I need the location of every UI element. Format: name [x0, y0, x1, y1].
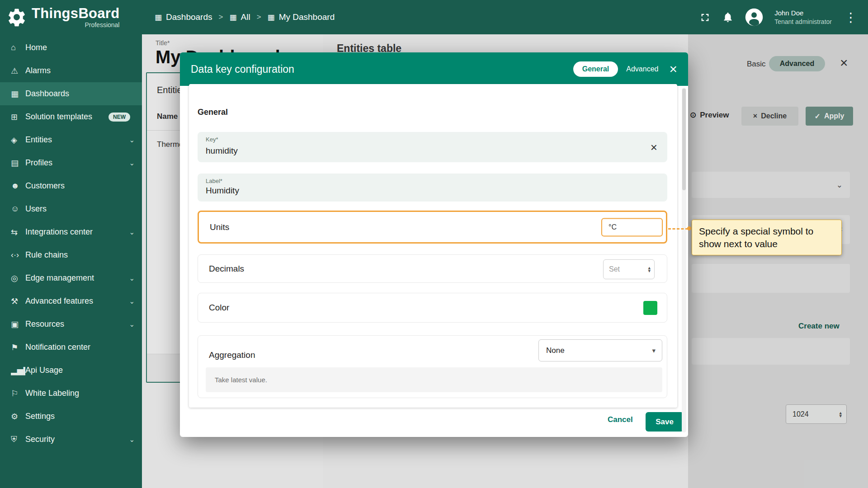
chevron-down-icon: ⌄ — [129, 136, 135, 144]
dialog-scrollbar-thumb[interactable] — [682, 89, 686, 190]
aggregation-select[interactable]: None ▾ — [538, 339, 662, 361]
clear-key-icon[interactable]: × — [651, 140, 657, 154]
sidebar-item-label: Home — [25, 43, 135, 52]
tooltip-connector-line — [668, 228, 688, 230]
sidebar-item-integrations-center[interactable]: ⇆ Integrations center ⌄ — [0, 221, 142, 244]
breadcrumb-separator: > — [257, 13, 261, 22]
cancel-button[interactable]: Cancel — [608, 415, 633, 424]
chevron-down-icon: ⌄ — [129, 320, 135, 328]
dashboard-group-icon: ▦ — [229, 13, 236, 22]
sidebar-item-advanced-features[interactable]: ⚒ Advanced features ⌄ — [0, 290, 142, 313]
aggregation-row: Aggregation None ▾ Take latest value. — [198, 335, 667, 398]
advanced-features-icon: ⚒ — [11, 296, 25, 306]
decimals-row: Decimals Set ▴ ▾ — [198, 254, 667, 283]
breadcrumb-all[interactable]: ▦ All — [229, 12, 250, 22]
units-input[interactable]: °C — [601, 218, 663, 236]
key-field[interactable]: Key* humidity × — [198, 132, 667, 162]
decimals-input[interactable]: Set ▴ ▾ — [603, 259, 655, 279]
integrations-icon: ⇆ — [11, 227, 25, 237]
sidebar-item-label: Advanced features — [25, 296, 129, 306]
sidebar-item-label: Settings — [25, 412, 135, 421]
sidebar-item-label: Solution templates — [25, 112, 108, 122]
sidebar-item-label: White Labeling — [25, 389, 135, 398]
label-field-label: Label* — [206, 178, 222, 184]
sidebar-item-security[interactable]: ⛨ Security ⌄ — [0, 428, 142, 451]
breadcrumb-label: Dashboards — [166, 12, 212, 22]
sidebar-item-solution-templates[interactable]: ⊞ Solution templates NEW — [0, 105, 142, 128]
label-field[interactable]: Label* Humidity — [198, 174, 667, 202]
app-logo[interactable]: ThingsBoard Professional — [0, 6, 142, 28]
user-role: Tenant administrator — [774, 18, 832, 26]
sidebar-item-entities[interactable]: ◈ Entities ⌄ — [0, 128, 142, 151]
tab-advanced[interactable]: Advanced — [626, 65, 658, 73]
sidebar-item-settings[interactable]: ⚙ Settings — [0, 405, 142, 428]
sidebar-item-users[interactable]: ☺ Users — [0, 197, 142, 221]
dashboard-icon: ▦ — [268, 13, 275, 22]
sidebar-item-label: Profiles — [25, 158, 129, 168]
dialog-title: Data key configuration — [191, 63, 294, 75]
breadcrumb-separator: > — [219, 13, 223, 22]
aggregation-value: None — [546, 346, 565, 355]
white-labeling-icon: ⚐ — [11, 389, 25, 399]
sidebar-item-alarms[interactable]: ⚠ Alarms — [0, 59, 142, 82]
sidebar-item-label: Entities — [25, 135, 129, 145]
profiles-icon: ▤ — [11, 158, 25, 168]
sidebar-item-white-labeling[interactable]: ⚐ White Labeling — [0, 382, 142, 405]
tab-general[interactable]: General — [573, 61, 618, 77]
dialog-close-icon[interactable]: × — [669, 62, 677, 76]
units-tooltip-callout: Specify a special symbol to show next to… — [692, 220, 842, 255]
sidebar-item-label: Resources — [25, 319, 129, 329]
customers-icon: ☻ — [11, 181, 25, 191]
app-edition: Professional — [32, 22, 119, 28]
security-shield-icon: ⛨ — [11, 435, 25, 444]
entities-icon: ◈ — [11, 135, 25, 145]
units-label: Units — [210, 222, 229, 232]
rule-chains-icon: ‹·› — [11, 250, 25, 260]
chevron-down-icon: ⌄ — [129, 159, 135, 167]
notification-center-icon: ⚑ — [11, 343, 25, 352]
units-field-highlighted[interactable]: Units °C — [198, 211, 667, 244]
sidebar-item-label: Notification center — [25, 343, 135, 352]
notifications-bell-icon[interactable] — [722, 11, 734, 23]
key-field-value: humidity — [206, 146, 238, 156]
alarms-icon: ⚠ — [11, 66, 25, 76]
user-info[interactable]: John Doe Tenant administrator — [774, 9, 832, 26]
sidebar-item-resources[interactable]: ▣ Resources ⌄ — [0, 313, 142, 336]
sidebar-item-customers[interactable]: ☻ Customers — [0, 174, 142, 197]
sidebar-item-label: Rule chains — [25, 250, 135, 260]
sidebar-item-dashboards[interactable]: ▦ Dashboards — [0, 82, 142, 105]
breadcrumb-my-dashboard[interactable]: ▦ My Dashboard — [268, 12, 335, 22]
sidebar-item-api-usage[interactable]: ▂▅▇ Api Usage — [0, 359, 142, 382]
new-badge: NEW — [108, 113, 130, 122]
aggregation-label: Aggregation — [209, 350, 255, 360]
key-field-label: Key* — [206, 136, 218, 143]
sidebar-item-profiles[interactable]: ▤ Profiles ⌄ — [0, 151, 142, 174]
sidebar-item-label: Api Usage — [25, 366, 135, 375]
dashboards-icon: ▦ — [11, 89, 25, 99]
label-field-value: Humidity — [206, 186, 239, 196]
save-button[interactable]: Save — [646, 412, 684, 432]
breadcrumb-dashboards[interactable]: ▦ Dashboards — [155, 12, 212, 22]
solution-templates-icon: ⊞ — [11, 112, 25, 122]
sidebar-item-rule-chains[interactable]: ‹·› Rule chains — [0, 244, 142, 267]
dialog-header-actions: General Advanced × — [573, 61, 677, 77]
kebab-menu-icon[interactable]: ⋮ — [843, 10, 859, 25]
settings-gear-icon: ⚙ — [11, 412, 25, 422]
app-name: ThingsBoard — [32, 6, 119, 20]
decimals-stepper[interactable]: ▴ ▾ — [648, 266, 651, 272]
logo-gear-icon — [6, 7, 27, 28]
color-label: Color — [209, 303, 229, 313]
color-swatch[interactable] — [643, 301, 657, 315]
sidebar-item-label: Edge management — [25, 273, 129, 283]
user-avatar[interactable] — [745, 8, 764, 27]
sidebar-item-label: Dashboards — [25, 89, 135, 99]
sidebar-item-notification-center[interactable]: ⚑ Notification center — [0, 336, 142, 359]
sidebar-item-home[interactable]: ⌂ Home — [0, 36, 142, 59]
dashboards-icon: ▦ — [155, 13, 162, 22]
sidebar-item-edge-management[interactable]: ◎ Edge management ⌄ — [0, 267, 142, 290]
chevron-down-icon: ⌄ — [129, 274, 135, 282]
breadcrumb: ▦ Dashboards > ▦ All > ▦ My Dashboard — [155, 12, 335, 22]
chevron-down-icon: ⌄ — [129, 228, 135, 236]
fullscreen-icon[interactable] — [699, 11, 711, 23]
tooltip-connector-dot — [687, 226, 691, 230]
